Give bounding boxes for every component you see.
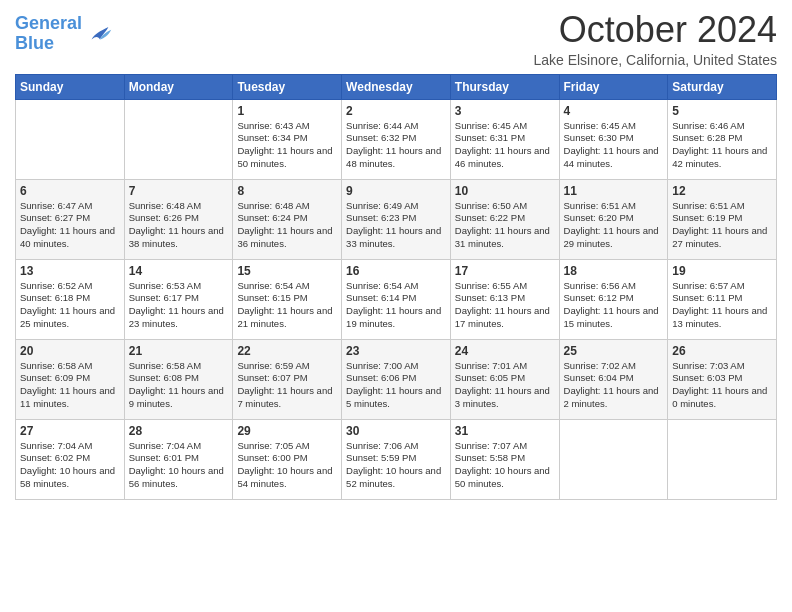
header-cell-monday: Monday xyxy=(124,74,233,99)
calendar-body: 1Sunrise: 6:43 AM Sunset: 6:34 PM Daylig… xyxy=(16,99,777,499)
day-info: Sunrise: 6:55 AM Sunset: 6:13 PM Dayligh… xyxy=(455,280,555,331)
header-cell-wednesday: Wednesday xyxy=(342,74,451,99)
calendar-table: SundayMondayTuesdayWednesdayThursdayFrid… xyxy=(15,74,777,500)
day-number: 26 xyxy=(672,344,772,358)
day-info: Sunrise: 7:04 AM Sunset: 6:02 PM Dayligh… xyxy=(20,440,120,491)
day-info: Sunrise: 6:53 AM Sunset: 6:17 PM Dayligh… xyxy=(129,280,229,331)
calendar-cell: 8Sunrise: 6:48 AM Sunset: 6:24 PM Daylig… xyxy=(233,179,342,259)
calendar-cell: 22Sunrise: 6:59 AM Sunset: 6:07 PM Dayli… xyxy=(233,339,342,419)
calendar-cell: 23Sunrise: 7:00 AM Sunset: 6:06 PM Dayli… xyxy=(342,339,451,419)
calendar-cell: 11Sunrise: 6:51 AM Sunset: 6:20 PM Dayli… xyxy=(559,179,668,259)
day-number: 2 xyxy=(346,104,446,118)
day-number: 18 xyxy=(564,264,664,278)
day-info: Sunrise: 6:49 AM Sunset: 6:23 PM Dayligh… xyxy=(346,200,446,251)
day-number: 7 xyxy=(129,184,229,198)
day-info: Sunrise: 6:51 AM Sunset: 6:20 PM Dayligh… xyxy=(564,200,664,251)
day-info: Sunrise: 6:54 AM Sunset: 6:15 PM Dayligh… xyxy=(237,280,337,331)
day-info: Sunrise: 6:44 AM Sunset: 6:32 PM Dayligh… xyxy=(346,120,446,171)
header-cell-sunday: Sunday xyxy=(16,74,125,99)
day-number: 22 xyxy=(237,344,337,358)
calendar-cell: 31Sunrise: 7:07 AM Sunset: 5:58 PM Dayli… xyxy=(450,419,559,499)
calendar-cell: 9Sunrise: 6:49 AM Sunset: 6:23 PM Daylig… xyxy=(342,179,451,259)
day-info: Sunrise: 6:43 AM Sunset: 6:34 PM Dayligh… xyxy=(237,120,337,171)
week-row-2: 6Sunrise: 6:47 AM Sunset: 6:27 PM Daylig… xyxy=(16,179,777,259)
day-number: 27 xyxy=(20,424,120,438)
calendar-cell: 20Sunrise: 6:58 AM Sunset: 6:09 PM Dayli… xyxy=(16,339,125,419)
week-row-5: 27Sunrise: 7:04 AM Sunset: 6:02 PM Dayli… xyxy=(16,419,777,499)
day-info: Sunrise: 6:56 AM Sunset: 6:12 PM Dayligh… xyxy=(564,280,664,331)
week-row-4: 20Sunrise: 6:58 AM Sunset: 6:09 PM Dayli… xyxy=(16,339,777,419)
calendar-cell: 13Sunrise: 6:52 AM Sunset: 6:18 PM Dayli… xyxy=(16,259,125,339)
day-info: Sunrise: 6:48 AM Sunset: 6:24 PM Dayligh… xyxy=(237,200,337,251)
day-info: Sunrise: 6:54 AM Sunset: 6:14 PM Dayligh… xyxy=(346,280,446,331)
day-info: Sunrise: 7:00 AM Sunset: 6:06 PM Dayligh… xyxy=(346,360,446,411)
calendar-cell: 17Sunrise: 6:55 AM Sunset: 6:13 PM Dayli… xyxy=(450,259,559,339)
title-block: October 2024 Lake Elsinore, California, … xyxy=(533,10,777,68)
day-info: Sunrise: 6:52 AM Sunset: 6:18 PM Dayligh… xyxy=(20,280,120,331)
day-number: 4 xyxy=(564,104,664,118)
day-number: 6 xyxy=(20,184,120,198)
calendar-cell: 2Sunrise: 6:44 AM Sunset: 6:32 PM Daylig… xyxy=(342,99,451,179)
calendar-cell: 30Sunrise: 7:06 AM Sunset: 5:59 PM Dayli… xyxy=(342,419,451,499)
day-number: 13 xyxy=(20,264,120,278)
day-info: Sunrise: 6:48 AM Sunset: 6:26 PM Dayligh… xyxy=(129,200,229,251)
day-number: 8 xyxy=(237,184,337,198)
day-number: 24 xyxy=(455,344,555,358)
calendar-cell: 26Sunrise: 7:03 AM Sunset: 6:03 PM Dayli… xyxy=(668,339,777,419)
calendar-cell: 21Sunrise: 6:58 AM Sunset: 6:08 PM Dayli… xyxy=(124,339,233,419)
day-info: Sunrise: 6:58 AM Sunset: 6:08 PM Dayligh… xyxy=(129,360,229,411)
calendar-cell: 12Sunrise: 6:51 AM Sunset: 6:19 PM Dayli… xyxy=(668,179,777,259)
calendar-cell: 25Sunrise: 7:02 AM Sunset: 6:04 PM Dayli… xyxy=(559,339,668,419)
day-number: 29 xyxy=(237,424,337,438)
day-number: 12 xyxy=(672,184,772,198)
day-number: 15 xyxy=(237,264,337,278)
day-info: Sunrise: 7:01 AM Sunset: 6:05 PM Dayligh… xyxy=(455,360,555,411)
day-number: 31 xyxy=(455,424,555,438)
calendar-cell: 1Sunrise: 6:43 AM Sunset: 6:34 PM Daylig… xyxy=(233,99,342,179)
calendar-cell xyxy=(559,419,668,499)
day-info: Sunrise: 6:45 AM Sunset: 6:31 PM Dayligh… xyxy=(455,120,555,171)
calendar-cell: 6Sunrise: 6:47 AM Sunset: 6:27 PM Daylig… xyxy=(16,179,125,259)
calendar-cell: 28Sunrise: 7:04 AM Sunset: 6:01 PM Dayli… xyxy=(124,419,233,499)
day-info: Sunrise: 7:07 AM Sunset: 5:58 PM Dayligh… xyxy=(455,440,555,491)
day-number: 1 xyxy=(237,104,337,118)
day-number: 11 xyxy=(564,184,664,198)
day-number: 23 xyxy=(346,344,446,358)
day-number: 9 xyxy=(346,184,446,198)
day-info: Sunrise: 7:06 AM Sunset: 5:59 PM Dayligh… xyxy=(346,440,446,491)
calendar-cell: 19Sunrise: 6:57 AM Sunset: 6:11 PM Dayli… xyxy=(668,259,777,339)
header-cell-thursday: Thursday xyxy=(450,74,559,99)
logo: General Blue xyxy=(15,14,114,54)
calendar-header-row: SundayMondayTuesdayWednesdayThursdayFrid… xyxy=(16,74,777,99)
day-number: 19 xyxy=(672,264,772,278)
calendar-cell: 29Sunrise: 7:05 AM Sunset: 6:00 PM Dayli… xyxy=(233,419,342,499)
calendar-cell xyxy=(16,99,125,179)
day-number: 30 xyxy=(346,424,446,438)
day-number: 14 xyxy=(129,264,229,278)
header: General Blue October 2024 Lake Elsinore,… xyxy=(15,10,777,68)
header-cell-tuesday: Tuesday xyxy=(233,74,342,99)
day-number: 21 xyxy=(129,344,229,358)
day-number: 28 xyxy=(129,424,229,438)
calendar-cell: 3Sunrise: 6:45 AM Sunset: 6:31 PM Daylig… xyxy=(450,99,559,179)
header-cell-friday: Friday xyxy=(559,74,668,99)
calendar-cell: 27Sunrise: 7:04 AM Sunset: 6:02 PM Dayli… xyxy=(16,419,125,499)
day-info: Sunrise: 7:03 AM Sunset: 6:03 PM Dayligh… xyxy=(672,360,772,411)
day-info: Sunrise: 6:59 AM Sunset: 6:07 PM Dayligh… xyxy=(237,360,337,411)
calendar-cell: 24Sunrise: 7:01 AM Sunset: 6:05 PM Dayli… xyxy=(450,339,559,419)
day-info: Sunrise: 6:58 AM Sunset: 6:09 PM Dayligh… xyxy=(20,360,120,411)
calendar-cell: 18Sunrise: 6:56 AM Sunset: 6:12 PM Dayli… xyxy=(559,259,668,339)
calendar-cell xyxy=(124,99,233,179)
day-number: 10 xyxy=(455,184,555,198)
day-number: 17 xyxy=(455,264,555,278)
page-container: General Blue October 2024 Lake Elsinore,… xyxy=(0,0,792,515)
day-number: 20 xyxy=(20,344,120,358)
day-info: Sunrise: 7:02 AM Sunset: 6:04 PM Dayligh… xyxy=(564,360,664,411)
day-info: Sunrise: 6:51 AM Sunset: 6:19 PM Dayligh… xyxy=(672,200,772,251)
week-row-1: 1Sunrise: 6:43 AM Sunset: 6:34 PM Daylig… xyxy=(16,99,777,179)
calendar-cell xyxy=(668,419,777,499)
logo-text: General Blue xyxy=(15,14,82,54)
day-number: 5 xyxy=(672,104,772,118)
calendar-cell: 10Sunrise: 6:50 AM Sunset: 6:22 PM Dayli… xyxy=(450,179,559,259)
day-info: Sunrise: 6:45 AM Sunset: 6:30 PM Dayligh… xyxy=(564,120,664,171)
